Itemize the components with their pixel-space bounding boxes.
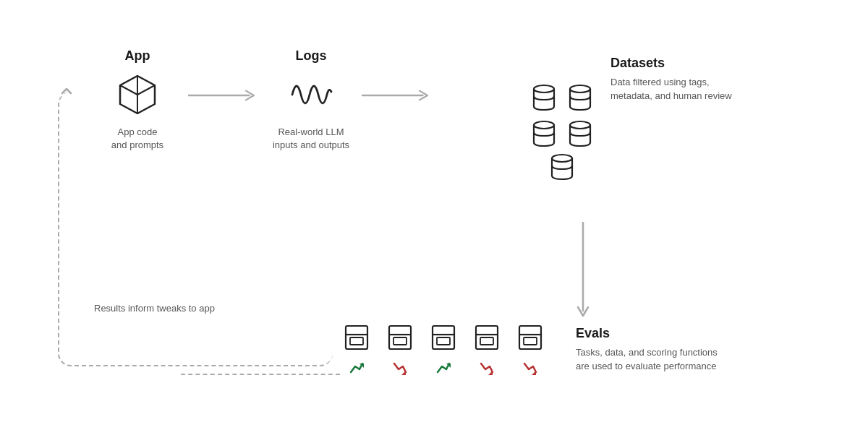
arrow-app-to-logs (181, 88, 268, 103)
datasets-label: Datasets Data filtered using tags, metad… (610, 56, 741, 103)
app-icon (112, 69, 163, 120)
datasets-icon-5 (546, 151, 578, 183)
diagram: Results inform tweaks to app App App cod… (36, 20, 832, 424)
datasets-desc: Data filtered using tags, metadata, and … (610, 75, 741, 103)
evals-desc: Tasks, data, and scoring functions are u… (576, 345, 720, 374)
svg-point-6 (534, 85, 554, 93)
evals-icons (340, 323, 547, 375)
svg-marker-19 (401, 371, 406, 375)
svg-marker-27 (488, 371, 493, 375)
svg-point-7 (570, 85, 590, 93)
evals-title: Evals (576, 326, 720, 341)
eval-item-2 (383, 323, 417, 375)
svg-rect-30 (524, 337, 537, 345)
datasets-icons (528, 82, 596, 150)
svg-rect-14 (350, 337, 363, 345)
logs-icon (286, 69, 336, 120)
eval-item-1 (340, 323, 373, 375)
datasets-group: Datasets Data filtered using tags, metad… (528, 48, 741, 183)
logs-label: Real-world LLMinputs and outputs (273, 126, 349, 152)
svg-point-9 (570, 121, 590, 129)
svg-rect-18 (393, 337, 407, 345)
app-title: App (125, 48, 150, 64)
app-node: App App codeand prompts (94, 48, 181, 152)
logs-node: Logs Real-world LLMinputs and outputs (268, 48, 354, 152)
svg-line-2 (120, 85, 137, 95)
arrow-datasets-to-evals (575, 222, 591, 326)
evals-group: Evals Tasks, data, and scoring functions… (340, 323, 720, 375)
results-text: Results inform tweaks to app (94, 301, 215, 316)
evals-label: Evals Tasks, data, and scoring functions… (576, 326, 720, 374)
eval-item-3 (427, 323, 460, 375)
arrow-logs-to-datasets (354, 88, 441, 103)
dashed-h-line (181, 374, 340, 375)
datasets-title: Datasets (610, 56, 741, 71)
svg-rect-26 (480, 337, 493, 345)
svg-point-10 (552, 155, 572, 162)
svg-marker-31 (532, 371, 536, 375)
logs-title: Logs (296, 48, 327, 64)
eval-item-4 (470, 323, 503, 375)
svg-line-1 (137, 85, 155, 95)
top-row: App App codeand prompts Lo (94, 48, 441, 152)
eval-item-5 (514, 323, 547, 375)
svg-point-8 (534, 121, 554, 129)
feedback-loop-arrow (58, 83, 72, 100)
svg-rect-22 (437, 337, 450, 345)
app-label: App codeand prompts (111, 126, 163, 152)
